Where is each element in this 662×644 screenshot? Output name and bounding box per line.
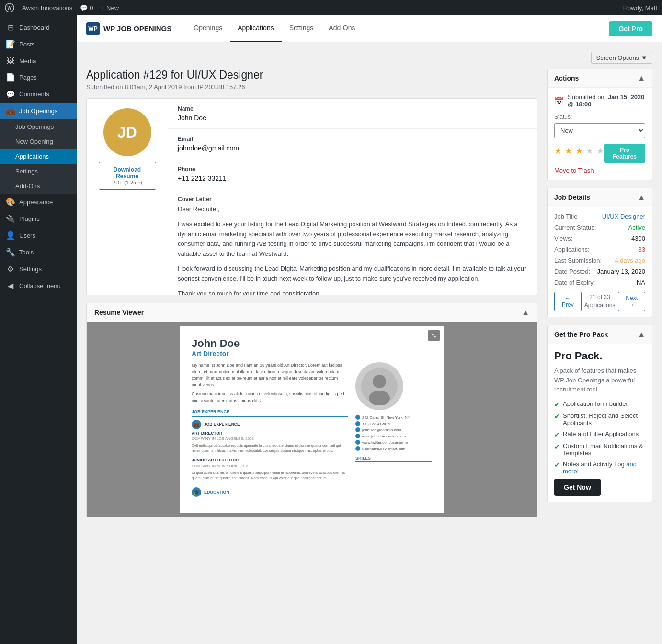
sidebar-item-label: Appearance	[19, 198, 53, 206]
check-icon: ✔	[554, 401, 560, 408]
sidebar-item-comments[interactable]: 💬 Comments	[0, 86, 77, 103]
plugin-nav: Openings Applications Settings Add-Ons	[186, 15, 363, 42]
sidebar-item-settings-main[interactable]: ⚙ Settings	[0, 261, 77, 277]
right-column: Actions ▲ 📅 Submitted on: Jan 15, 2020 @…	[547, 69, 652, 517]
sidebar-item-job-openings-main[interactable]: Job Openings	[0, 119, 77, 134]
job-openings-icon: 💼	[6, 106, 15, 115]
posts-icon: 📝	[6, 40, 15, 49]
status-select[interactable]: New Under Review Shortlisted Rejected Se…	[554, 123, 645, 138]
sidebar-item-label: Media	[19, 58, 36, 65]
tab-applications[interactable]: Applications	[230, 15, 282, 42]
field-cover-letter[interactable]: Cover Letter Dear Recruiter, I was excit…	[168, 189, 537, 295]
resume-expand-button[interactable]: ⤡	[428, 330, 440, 341]
svg-point-3	[373, 375, 386, 388]
sidebar-item-label: Tools	[19, 249, 34, 256]
tab-addons[interactable]: Add-Ons	[321, 15, 363, 42]
sidebar-item-new-opening[interactable]: New Opening	[0, 134, 77, 149]
pagination-row: ← Prev 21 of 33Applications Next →	[554, 292, 645, 311]
sidebar-item-label: Pages	[19, 74, 37, 81]
pro-pack-panel-body: Pro Pack. A pack of features that makes …	[548, 344, 652, 502]
cover-letter-body: Dear Recruiter, I was excited to see you…	[178, 205, 527, 295]
pro-feature-4: ✔ Custom Email Notifications & Templates	[554, 442, 645, 457]
pro-feature-3: ✔ Rate and Filter Applications	[554, 430, 645, 438]
job-details-panel-title: Job Details	[554, 194, 590, 201]
appearance-icon: 🎨	[6, 197, 15, 207]
sidebar-item-tools[interactable]: 🔧 Tools	[0, 244, 77, 261]
submenu-label: Job Openings	[15, 123, 54, 130]
sidebar-item-appearance[interactable]: 🎨 Appearance	[0, 194, 77, 210]
contact-web: www.johndoe-design.com	[355, 434, 432, 438]
screen-options-button[interactable]: Screen Options ▼	[591, 52, 652, 64]
and-more-link[interactable]: and more!	[563, 460, 637, 475]
star-1[interactable]: ★	[554, 146, 562, 156]
job-details-panel: Job Details ▲ Job Title UI/UX Designer C…	[547, 188, 652, 317]
actions-panel-body: 📅 Submitted on: Jan 15, 2020 @ 18:00 Sta…	[548, 88, 652, 180]
users-icon: 👤	[6, 231, 15, 240]
prev-button[interactable]: ← Prev	[554, 292, 582, 311]
job-details-panel-collapse-button[interactable]: ▲	[638, 193, 645, 202]
howdy-label: Howdy, Matt	[623, 4, 657, 12]
pro-pack-description: A pack of features that makes WP Job Ope…	[554, 366, 645, 394]
star-5[interactable]: ★	[596, 146, 604, 156]
sidebar-item-label: Users	[19, 232, 35, 239]
star-4[interactable]: ★	[586, 146, 594, 156]
comments-count-bar[interactable]: 💬 0	[80, 4, 93, 12]
submenu-label: New Opening	[15, 138, 53, 145]
resume-viewer-title: Resume Viewer	[94, 309, 144, 316]
pro-pack-heading: Pro Pack.	[554, 350, 645, 362]
sidebar-item-job-openings[interactable]: 💼 Job Openings	[0, 103, 77, 119]
job-detail-views: Views: 4300	[554, 235, 645, 242]
get-now-button[interactable]: Get Now	[554, 479, 601, 496]
pro-pack-panel-collapse-button[interactable]: ▲	[638, 330, 645, 339]
download-resume-button[interactable]: Download Resume PDF (1.2mb)	[99, 162, 156, 190]
check-icon: ✔	[554, 461, 560, 469]
job-detail-date-posted: Date Posted: January 13, 2020	[554, 268, 645, 275]
contact-email: johnDoe@domain.com	[355, 427, 432, 432]
star-3[interactable]: ★	[575, 146, 583, 156]
sidebar-item-posts[interactable]: 📝 Posts	[0, 36, 77, 53]
actions-panel-header: Actions ▲	[548, 69, 652, 88]
actions-panel-title: Actions	[554, 74, 579, 82]
check-icon: ✔	[554, 413, 560, 420]
job-details-panel-body: Job Title UI/UX Designer Current Status:…	[548, 207, 652, 317]
job-detail-title: Job Title UI/UX Designer	[554, 213, 645, 220]
get-pro-button[interactable]: Get Pro	[609, 21, 652, 36]
resume-viewer-collapse-button[interactable]: ▲	[522, 308, 529, 317]
wp-logo-icon: W	[5, 3, 14, 12]
star-2[interactable]: ★	[565, 146, 572, 156]
tab-openings[interactable]: Openings	[186, 15, 230, 42]
site-name[interactable]: Awsm Innovations	[22, 4, 72, 12]
page-header-area: Screen Options ▼	[77, 42, 662, 64]
resume-viewer-header: Resume Viewer ▲	[87, 303, 537, 322]
field-email: Email johndoe@gmail.com	[168, 129, 537, 159]
move-to-trash-link[interactable]: Move to Trash	[554, 167, 645, 174]
plugin-logo-icon: WP	[86, 22, 100, 35]
sidebar-item-label: Settings	[19, 265, 42, 273]
comments-icon: 💬	[6, 90, 15, 99]
sidebar-item-users[interactable]: 👤 Users	[0, 227, 77, 244]
actions-panel-collapse-button[interactable]: ▲	[638, 74, 645, 82]
sidebar-item-pages[interactable]: 📄 Pages	[0, 69, 77, 86]
page-title: Application #129 for UI/UX Designer	[86, 69, 537, 81]
sidebar-item-plugins[interactable]: 🔌 Plugins	[0, 210, 77, 227]
sidebar-item-addons-sub[interactable]: Add-Ons	[0, 179, 77, 194]
next-button[interactable]: Next →	[618, 292, 645, 311]
sidebar-item-applications[interactable]: Applications	[0, 149, 77, 164]
media-icon: 🖼	[6, 57, 15, 65]
sidebar-item-dashboard[interactable]: ⊞ Dashboard	[0, 19, 77, 36]
resume-right-col: 262 Canal St, New York, NY +1 212-941-58…	[355, 362, 432, 501]
sidebar-item-label: Collapse menu	[19, 282, 61, 289]
tab-settings[interactable]: Settings	[282, 15, 321, 42]
sidebar-item-label: Dashboard	[19, 24, 50, 31]
sidebar-item-collapse[interactable]: ◀ Collapse menu	[0, 277, 77, 294]
job-detail-expiry: Date of Expiry: NA	[554, 279, 645, 286]
job-detail-last-submission: Last Submission: 4 days ago	[554, 257, 645, 264]
new-bar-item[interactable]: + New	[101, 4, 119, 12]
resume-viewer-card: Resume Viewer ▲ ⤡ John Doe Art Director …	[86, 303, 537, 517]
settings-icon: ⚙	[6, 264, 15, 274]
resume-left-col: My name ist John Doe and I am an 26 year…	[192, 362, 348, 501]
sidebar-item-media[interactable]: 🖼 Media	[0, 53, 77, 69]
sidebar-item-settings-sub[interactable]: Settings	[0, 164, 77, 179]
pro-features-button[interactable]: Pro Features	[604, 144, 645, 163]
pro-pack-panel-title: Get the Pro Pack	[554, 331, 608, 338]
